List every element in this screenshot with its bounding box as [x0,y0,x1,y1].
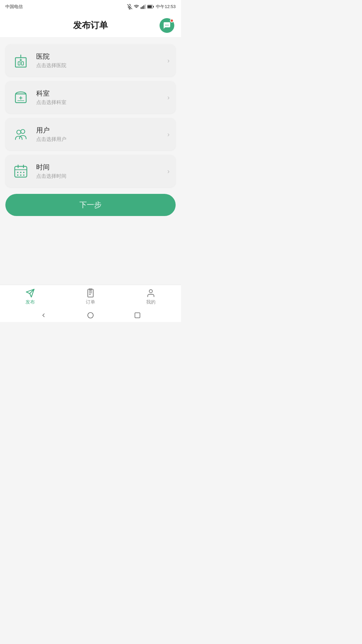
svg-point-31 [20,172,21,173]
department-arrow: › [167,94,170,101]
svg-point-35 [23,174,24,176]
time-arrow: › [167,167,170,175]
nav-tab-orders[interactable]: 订单 [60,285,121,309]
time-title: 时间 [36,163,161,172]
svg-rect-16 [21,62,23,65]
time-label: 中午12:53 [156,4,176,10]
department-title: 科室 [36,89,161,98]
nav-tab-publish[interactable]: 发布 [0,285,60,309]
svg-point-33 [17,174,18,176]
svg-rect-10 [153,6,154,8]
battery-icon [147,5,154,9]
chat-button[interactable] [160,18,174,33]
header: 发布订单 [0,13,181,38]
hospital-title: 医院 [36,52,161,61]
hospital-card[interactable]: 医院 点击选择医院 › [5,44,176,76]
user-icon [11,125,30,144]
department-icon [11,88,30,107]
orders-icon [86,288,95,298]
svg-point-43 [149,290,152,293]
hospital-card-text: 医院 点击选择医院 [36,52,161,69]
bottom-nav: 发布 订单 我的 [0,285,181,322]
time-subtitle: 点击选择时间 [36,173,161,179]
status-icons [127,4,154,9]
svg-point-24 [21,129,25,133]
next-button[interactable]: 下一步 [5,194,176,216]
time-card-text: 时间 点击选择时间 [36,163,161,179]
svg-rect-4 [141,7,142,9]
user-subtitle: 点击选择用户 [36,136,161,143]
svg-rect-6 [143,5,144,9]
nav-tab-orders-label: 订单 [86,299,95,305]
signal-icon [140,4,146,9]
chat-badge [170,19,174,22]
svg-point-12 [167,24,168,25]
nav-tab-mine[interactable]: 我的 [121,285,181,309]
svg-point-30 [17,172,18,173]
nav-tab-publish-label: 发布 [25,299,35,305]
svg-rect-9 [148,5,152,8]
svg-rect-15 [18,62,20,65]
svg-point-34 [20,174,21,176]
svg-point-32 [23,172,24,173]
next-button-wrap: 下一步 [0,191,181,221]
svg-point-11 [165,24,166,25]
time-card[interactable]: 时间 点击选择时间 › [5,155,176,187]
carrier-label: 中国电信 [5,4,23,10]
profile-icon [146,288,156,298]
hospital-subtitle: 点击选择医院 [36,62,161,69]
page-title: 发布订单 [73,19,108,31]
hospital-arrow: › [167,57,170,64]
department-card-text: 科室 点击选择科室 [36,89,161,106]
user-card-text: 用户 点击选择用户 [36,126,161,143]
recent-button[interactable] [133,311,142,320]
svg-rect-45 [135,313,140,318]
svg-rect-7 [145,4,146,9]
nav-tab-mine-label: 我的 [146,299,156,305]
chat-icon [163,21,171,30]
mute-icon [127,4,132,9]
content-area: 医院 点击选择医院 › 科室 点击选择科室 › [0,38,181,191]
send-icon [25,288,35,298]
home-button[interactable] [86,311,95,320]
user-card[interactable]: 用户 点击选择用户 › [5,118,176,150]
svg-point-44 [88,313,94,318]
department-subtitle: 点击选择科室 [36,99,161,106]
department-card[interactable]: 科室 点击选择科室 › [5,81,176,113]
user-title: 用户 [36,126,161,135]
svg-point-13 [168,24,169,25]
back-button[interactable] [39,311,48,320]
calendar-icon [11,162,30,180]
hospital-icon [11,51,30,70]
status-right: 中午12:53 [127,4,176,10]
nav-tabs: 发布 订单 我的 [0,285,181,309]
svg-point-25 [17,130,21,134]
wifi-icon [134,4,139,9]
system-nav [0,309,181,322]
svg-rect-5 [142,6,143,9]
user-arrow: › [167,130,170,138]
status-bar: 中国电信 [0,0,181,13]
